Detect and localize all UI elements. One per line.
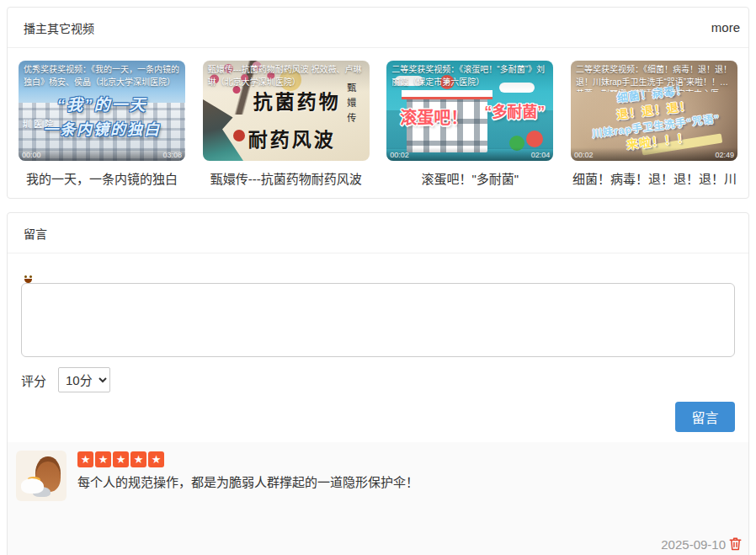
- comments-header: 留言: [8, 213, 748, 253]
- comment-list: 每个人的规范操作，都是为脆弱人群撑起的一道隐形保护伞！ 2025-09-10: [8, 442, 748, 555]
- video-title[interactable]: 细菌！病毒！退！退！退！川...: [571, 161, 737, 198]
- star-rating: [77, 451, 418, 467]
- video-card[interactable]: 优秀奖获奖视频：《我的一天，一条内镜的独白》杨安、侯晶（北京大学深圳医院） 圳医…: [19, 61, 185, 198]
- avatar: [16, 451, 67, 501]
- star-icon: [148, 451, 164, 467]
- thumbnail-caption: 优秀奖获奖视频：《我的一天，一条内镜的独白》杨安、侯晶（北京大学深圳医院）: [19, 61, 185, 92]
- rating-select[interactable]: 10分: [58, 367, 110, 392]
- video-time-bar: 00:00 03:08: [19, 147, 185, 161]
- other-videos-header: 播主其它视频 more: [8, 8, 748, 48]
- thumbnail-caption: 二等奖获奖视频：《滚蛋吧！“多耐菌”》刘丽霞（保定市第六医院）: [386, 61, 553, 92]
- star-icon: [77, 451, 93, 467]
- star-icon: [95, 451, 111, 467]
- comment-date: 2025-09-10: [661, 537, 726, 552]
- video-thumbnail[interactable]: 优秀奖获奖视频：《我的一天，一条内镜的独白》杨安、侯晶（北京大学深圳医院） 圳医…: [19, 61, 185, 161]
- delete-comment-button[interactable]: [729, 536, 742, 552]
- time-current: 00:02: [390, 151, 409, 159]
- section-title: 播主其它视频: [24, 19, 94, 36]
- video-card[interactable]: 二等奖获奖视频：《细菌！病毒！退！退！退！川妹rap手卫生洗手“咒语”来啦！！》…: [571, 61, 737, 198]
- video-thumbnail[interactable]: 二等奖获奖视频：《细菌！病毒！退！退！退！川妹rap手卫生洗手“咒语”来啦！！》…: [571, 61, 737, 161]
- time-duration: 02:04: [531, 151, 551, 159]
- video-card[interactable]: 二等奖获奖视频：《滚蛋吧！“多耐菌”》刘丽霞（保定市第六医院） 滚蛋吧！ “多耐…: [386, 61, 553, 198]
- more-link[interactable]: more: [711, 20, 740, 35]
- section-title: 留言: [24, 225, 47, 242]
- thumbnail-title-overlay: 抗菌药物 耐药风波: [248, 86, 341, 152]
- time-duration: 03:08: [162, 151, 182, 159]
- video-title[interactable]: 滚蛋吧！"多耐菌": [386, 161, 553, 198]
- time-current: 00:00: [22, 151, 41, 159]
- video-title[interactable]: 我的一天，一条内镜的独白: [19, 161, 185, 198]
- comments-panel: 留言 评分 10分 留言: [7, 212, 749, 555]
- video-time-bar: 00:02 02:49: [571, 147, 737, 161]
- rating-label: 评分: [21, 371, 46, 389]
- video-time-bar: 00:02 02:04: [386, 147, 553, 161]
- other-videos-panel: 播主其它视频 more 优秀奖获奖视频：《我的一天，一条内镜的独白》杨安、侯晶（…: [7, 7, 749, 199]
- comment-main: 每个人的规范操作，都是为脆弱人群撑起的一道隐形保护伞！: [77, 451, 418, 555]
- comment-date-row: 2025-09-10: [661, 536, 742, 552]
- submit-row: 留言: [21, 402, 735, 437]
- star-icon: [113, 451, 129, 467]
- thumbnail-caption: 二等奖获奖视频：《细菌！病毒！退！退！退！川妹rap手卫生洗手“咒语”来啦！！》…: [571, 61, 737, 92]
- comment-textarea[interactable]: [21, 283, 735, 357]
- comment-text: 每个人的规范操作，都是为脆弱人群撑起的一道隐形保护伞！: [77, 473, 418, 491]
- time-duration: 02:49: [715, 151, 734, 159]
- comment-form: 评分 10分 留言: [8, 253, 748, 442]
- comment-item: 每个人的规范操作，都是为脆弱人群撑起的一道隐形保护伞！ 2025-09-10: [8, 442, 748, 555]
- star-icon: [130, 451, 146, 467]
- video-title[interactable]: 甄嬛传---抗菌药物耐药风波: [203, 161, 370, 198]
- submit-comment-button[interactable]: 留言: [675, 402, 735, 432]
- video-thumbnail[interactable]: 甄嬛传---抗菌药物耐药风波 祝效薇、卢琳琳（北京大学深圳医院） 甄嬛传 抗菌药…: [203, 61, 370, 161]
- rating-row: 评分 10分: [21, 367, 735, 392]
- video-thumbnail[interactable]: 二等奖获奖视频：《滚蛋吧！“多耐菌”》刘丽霞（保定市第六医院） 滚蛋吧！ “多耐…: [386, 61, 553, 161]
- time-current: 00:02: [574, 151, 594, 159]
- video-card[interactable]: 甄嬛传---抗菌药物耐药风波 祝效薇、卢琳琳（北京大学深圳医院） 甄嬛传 抗菌药…: [203, 61, 370, 198]
- trash-icon: [729, 536, 742, 551]
- videos-row: 优秀奖获奖视频：《我的一天，一条内镜的独白》杨安、侯晶（北京大学深圳医院） 圳医…: [8, 48, 748, 198]
- thumbnail-caption: 甄嬛传---抗菌药物耐药风波 祝效薇、卢琳琳（北京大学深圳医院）: [203, 61, 370, 92]
